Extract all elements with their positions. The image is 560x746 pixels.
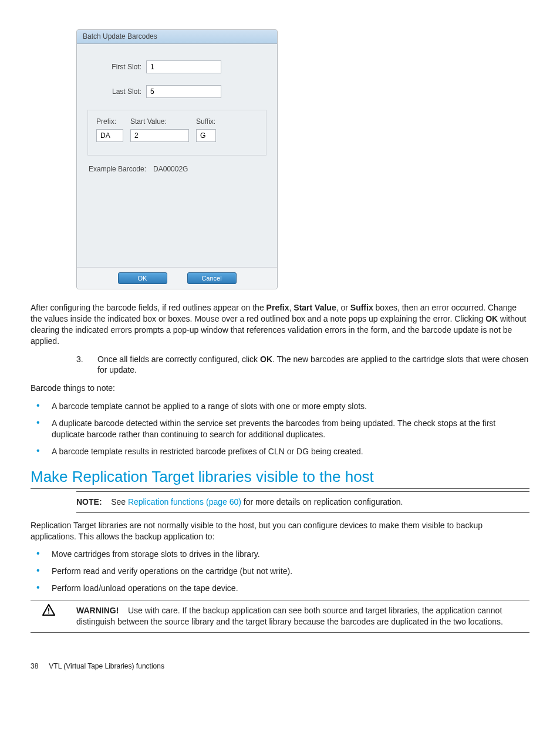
svg-rect-0 [48,608,49,611]
prefix-start-suffix-group: Prefix: Start Value: Suffix: [87,110,266,156]
list-item: A barcode template results in restricted… [31,446,529,457]
barcode-notes-heading: Barcode things to note: [31,383,529,394]
page-footer: 38 VTL (Virtual Tape Libraries) function… [31,662,529,670]
dialog-title: Batch Update Barcodes [77,30,277,44]
note-block: NOTE: See Replication functions (page 60… [76,491,529,513]
list-item: Move cartridges from storage slots to dr… [31,549,529,560]
warning-icon [42,604,55,619]
replication-intro: Replication Target libraries are not nor… [31,520,529,542]
replication-functions-link[interactable]: Replication functions (page 60) [128,497,241,507]
barcode-notes-list: A barcode template cannot be applied to … [31,401,529,457]
ok-button[interactable]: OK [118,272,167,284]
list-item: Perform read and verify operations on th… [31,566,529,577]
note-label: NOTE: [76,497,102,507]
last-slot-input[interactable] [146,85,221,98]
start-value-label: Start Value: [130,117,189,126]
last-slot-label: Last Slot: [87,87,146,96]
prefix-label: Prefix: [96,117,123,126]
example-barcode-label: Example Barcode: [89,165,146,173]
page-number: 38 [31,662,38,670]
batch-update-barcodes-dialog: Batch Update Barcodes First Slot: Last S… [76,29,278,289]
list-item: A duplicate barcode detected within the … [31,418,529,440]
first-slot-input[interactable] [146,60,221,73]
example-barcode-value: DA00002G [153,165,188,173]
suffix-label: Suffix: [196,117,216,126]
prefix-input[interactable] [96,129,123,142]
cancel-button[interactable]: Cancel [187,272,237,284]
section-heading-make-replication: Make Replication Target libraries visibl… [31,468,529,489]
warning-text: Use with care. If the backup application… [76,606,503,626]
list-item: A barcode template cannot be applied to … [31,401,529,412]
start-value-input[interactable] [130,129,189,142]
svg-rect-1 [48,613,49,614]
warning-block: WARNING! Use with care. If the backup ap… [31,600,529,633]
warning-label: WARNING! [76,606,119,615]
suffix-input[interactable] [196,129,216,142]
step-3: 3. Once all fields are correctly configu… [76,354,529,376]
step-3-number: 3. [76,354,83,365]
first-slot-label: First Slot: [87,63,146,71]
chapter-title: VTL (Virtual Tape Libraries) functions [49,662,164,670]
red-outline-paragraph: After configuring the barcode fields, if… [31,302,529,347]
list-item: Perform load/unload operations on the ta… [31,583,529,594]
replication-capabilities-list: Move cartridges from storage slots to dr… [31,549,529,594]
